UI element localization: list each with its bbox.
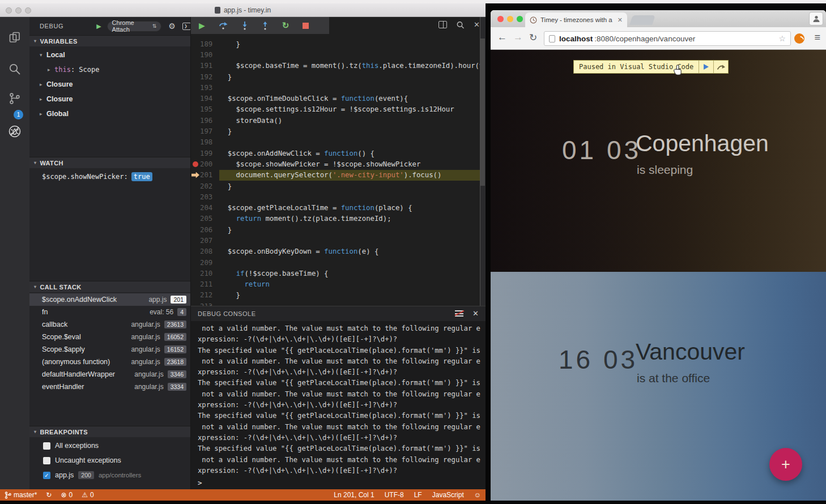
search-icon[interactable] xyxy=(8,62,22,76)
callstack-frame[interactable]: Scope.$applyangular.js16152 xyxy=(29,343,191,356)
callstack-frame[interactable]: $scope.onAddNewClickapp.js201 xyxy=(29,293,191,306)
callstack-frame[interactable]: defaultHandlerWrapperangular.js3346 xyxy=(29,368,191,381)
forward-button[interactable]: → xyxy=(513,32,523,43)
callstack-frame[interactable]: callbackangular.js23613 xyxy=(29,318,191,331)
variable-row[interactable]: ▾Local xyxy=(29,48,191,62)
gutter-marker[interactable] xyxy=(191,148,200,159)
zoom-window-button[interactable] xyxy=(25,7,31,14)
step-out-button[interactable] xyxy=(262,21,269,30)
debug-icon[interactable] xyxy=(8,125,22,138)
add-city-fab[interactable]: + xyxy=(769,448,802,481)
console-close-button[interactable]: ✕ xyxy=(472,309,479,318)
step-into-button[interactable] xyxy=(241,21,248,30)
gutter-marker[interactable] xyxy=(191,191,200,202)
extension-icon[interactable] xyxy=(794,33,804,44)
resume-script-button[interactable] xyxy=(699,61,713,73)
step-over-button[interactable] xyxy=(219,21,228,30)
variable-row[interactable]: ▸this: Scope xyxy=(29,62,191,77)
gutter-marker[interactable] xyxy=(191,115,200,126)
open-console-button[interactable]: ❯ xyxy=(182,23,191,30)
gutter-marker[interactable] xyxy=(191,181,200,191)
gutter-marker[interactable] xyxy=(191,268,200,279)
browser-tab[interactable]: Timey - timezones with a h ✕ xyxy=(525,12,627,27)
close-window-button[interactable] xyxy=(497,16,504,22)
gutter-marker[interactable] xyxy=(191,137,200,148)
stop-button[interactable] xyxy=(303,23,309,29)
gutter-marker[interactable] xyxy=(191,71,200,82)
git-branch-item[interactable]: master* xyxy=(5,491,37,499)
console-prompt[interactable]: > xyxy=(198,479,202,487)
minimize-window-button[interactable] xyxy=(507,16,513,22)
gutter-marker[interactable] xyxy=(191,235,200,246)
gutter-marker[interactable] xyxy=(191,170,200,181)
breakpoint-row[interactable]: ✓app.js200app/controllers xyxy=(29,468,191,482)
cursor-position-item[interactable]: Ln 201, Col 1 xyxy=(334,491,374,499)
watch-header[interactable]: ▾ WATCH xyxy=(29,157,191,168)
gutter-marker[interactable] xyxy=(191,82,200,93)
breakpoint-checkbox[interactable]: ✓ xyxy=(43,472,50,479)
source-control-icon[interactable] xyxy=(8,92,22,105)
watch-row[interactable]: $scope.showNewPicker: true xyxy=(29,170,191,183)
breakpoint-row[interactable]: All exceptions xyxy=(29,438,191,453)
gutter-marker[interactable] xyxy=(191,159,200,169)
callstack-frame[interactable]: Scope.$evalangular.js16052 xyxy=(29,331,191,343)
step-over-script-button[interactable] xyxy=(713,61,728,73)
expand-arrow-icon[interactable]: ▸ xyxy=(40,111,46,117)
new-tab-button[interactable] xyxy=(629,15,655,25)
explorer-icon[interactable] xyxy=(8,31,22,44)
zoom-window-button[interactable] xyxy=(517,16,523,22)
clear-console-icon[interactable] xyxy=(455,310,463,317)
open-preview-icon[interactable] xyxy=(456,21,465,29)
variable-row[interactable]: ▸Closure xyxy=(29,77,191,92)
callstack-frame[interactable]: fneval: 564 xyxy=(29,306,191,318)
gutter-marker[interactable] xyxy=(191,126,200,136)
gutter-marker[interactable] xyxy=(191,202,200,213)
expand-arrow-icon[interactable]: ▸ xyxy=(40,96,46,102)
omnibox[interactable]: localhost :8080/copenhagen/vancouver ☆ xyxy=(544,31,791,46)
variable-row[interactable]: ▸Closure xyxy=(29,92,191,106)
gutter-marker[interactable] xyxy=(191,246,200,257)
encoding-item[interactable]: UTF-8 xyxy=(385,491,404,499)
gutter-marker[interactable] xyxy=(191,39,200,49)
feedback-smiley-icon[interactable]: ☺ xyxy=(474,491,481,499)
minimize-window-button[interactable] xyxy=(15,7,22,14)
gutter-marker[interactable] xyxy=(191,93,200,104)
errors-item[interactable]: ⊗ 0 xyxy=(61,491,73,499)
debug-gear-button[interactable]: ⚙ xyxy=(168,22,176,31)
callstack-frame[interactable]: (anonymous function)angular.js23618 xyxy=(29,356,191,368)
split-editor-icon[interactable] xyxy=(438,21,447,28)
bookmark-star-icon[interactable]: ☆ xyxy=(778,34,786,43)
expand-arrow-icon[interactable]: ▸ xyxy=(40,82,46,87)
tab-close-icon[interactable]: ✕ xyxy=(618,16,623,24)
breakpoint-checkbox[interactable] xyxy=(43,457,50,464)
warnings-item[interactable]: ⚠ 0 xyxy=(82,491,93,499)
menu-button[interactable]: ≡ xyxy=(814,32,820,44)
start-debug-button[interactable]: ▶ xyxy=(96,23,101,30)
breakpoint-checkbox[interactable] xyxy=(43,442,50,450)
gutter-marker[interactable] xyxy=(191,224,200,235)
variables-header[interactable]: ▾ VARIABLES xyxy=(29,35,191,46)
gutter-marker[interactable] xyxy=(191,104,200,115)
continue-button[interactable]: ▶ xyxy=(199,21,205,30)
gutter-marker[interactable] xyxy=(191,279,200,290)
expand-arrow-icon[interactable]: ▾ xyxy=(40,52,46,58)
expand-arrow-icon[interactable]: ▸ xyxy=(48,67,54,72)
reload-button[interactable]: ↻ xyxy=(529,32,537,44)
callstack-header[interactable]: ▾ CALL STACK xyxy=(29,281,191,292)
eol-item[interactable]: LF xyxy=(414,491,422,499)
gutter-marker[interactable] xyxy=(191,61,200,71)
language-item[interactable]: JavaScript xyxy=(432,491,464,499)
breakpoint-row[interactable]: Uncaught exceptions xyxy=(29,453,191,468)
breakpoint-dot-icon[interactable] xyxy=(193,161,198,167)
profile-button[interactable] xyxy=(809,12,823,25)
breakpoints-header[interactable]: ▾ BREAKPOINTS xyxy=(29,426,191,437)
callstack-frame[interactable]: eventHandlerangular.js3334 xyxy=(29,381,191,393)
debug-config-select[interactable]: Chrome Attach ⇅ xyxy=(107,21,162,32)
editor-scroll-thumb[interactable] xyxy=(480,39,485,186)
gutter-marker[interactable] xyxy=(191,49,200,60)
restart-button[interactable]: ↻ xyxy=(282,20,289,31)
sync-button[interactable]: ↻ xyxy=(46,491,52,499)
close-editor-icon[interactable]: ✕ xyxy=(474,20,480,29)
variable-row[interactable]: ▸Global xyxy=(29,106,191,121)
close-window-button[interactable] xyxy=(6,7,12,14)
